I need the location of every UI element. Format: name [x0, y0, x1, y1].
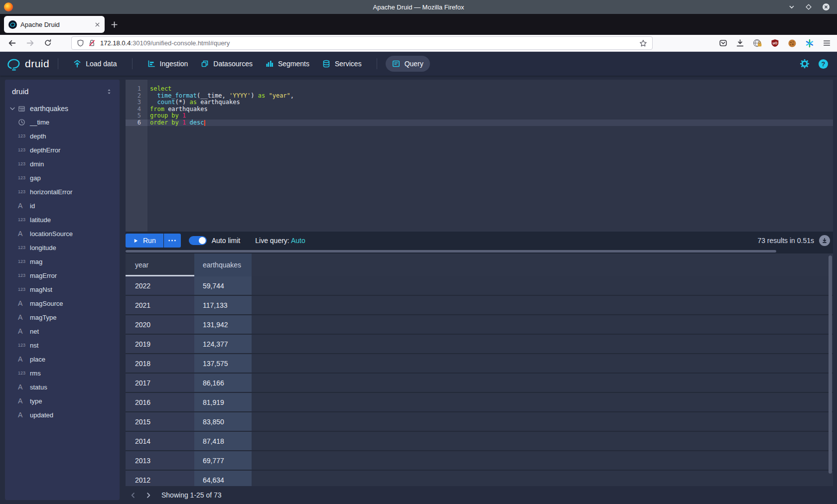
results-horizontal-scrollbar[interactable]	[126, 250, 833, 253]
schema-column-longitude[interactable]: 123longitude	[5, 241, 120, 254]
schema-column-magType[interactable]: AmagType	[5, 310, 120, 324]
table-row[interactable]: 201369,777	[126, 451, 833, 471]
schema-column-updated[interactable]: Aupdated	[5, 408, 120, 422]
string-type-icon: A	[18, 327, 30, 335]
schema-column-type[interactable]: Atype	[5, 394, 120, 408]
query-icon	[392, 60, 400, 68]
schema-column-gap[interactable]: 123gap	[5, 171, 120, 185]
run-more-button[interactable]	[164, 234, 181, 248]
download-arrow-icon	[822, 238, 828, 244]
schema-column-list: __time123depth123depthError123dmin123gap…	[5, 115, 120, 422]
editor-line-number: 3	[126, 99, 147, 106]
sql-token: desc	[190, 119, 204, 126]
nav-item-services[interactable]: Services	[316, 56, 368, 72]
previous-page-button[interactable]	[126, 492, 140, 499]
next-page-button[interactable]	[140, 492, 155, 499]
table-row[interactable]: 2018137,575	[126, 354, 833, 374]
table-row[interactable]: 2020131,942	[126, 315, 833, 335]
table-row[interactable]: 201583,850	[126, 412, 833, 432]
sql-editor[interactable]: 123456 select time_format(__time, 'YYYY'…	[126, 80, 833, 232]
schema-column-rms[interactable]: 123rms	[5, 366, 120, 380]
live-query-value[interactable]: Auto	[291, 237, 305, 245]
table-row[interactable]: 202259,744	[126, 276, 833, 296]
back-button[interactable]	[8, 39, 16, 47]
reload-button[interactable]	[44, 39, 52, 47]
table-row[interactable]: 2019124,377	[126, 335, 833, 354]
schema-column-__time[interactable]: __time	[5, 115, 120, 129]
run-button[interactable]: Run	[126, 234, 163, 248]
table-row[interactable]: 201487,418	[126, 432, 833, 451]
live-query-control[interactable]: Live query: Auto	[255, 237, 305, 245]
schema-column-magNst[interactable]: 123magNst	[5, 282, 120, 296]
results-vertical-scrollbar[interactable]	[829, 255, 832, 474]
browser-tab-apache-druid[interactable]: Apache Druid	[4, 16, 105, 33]
schema-column-horizontalError[interactable]: 123horizontalError	[5, 185, 120, 199]
window-close-icon[interactable]	[822, 3, 830, 11]
schema-column-label: depthError	[30, 146, 60, 154]
chevron-down-icon[interactable]	[9, 105, 18, 112]
schema-column-depth[interactable]: 123depth	[5, 129, 120, 143]
schema-table-earthquakes[interactable]: earthquakes	[5, 102, 120, 115]
cookie-extension-icon[interactable]	[788, 39, 797, 48]
toggle-knob	[199, 237, 206, 244]
window-shade-icon[interactable]	[788, 3, 795, 10]
editor-code-line[interactable]: from earthquakes	[147, 106, 833, 113]
editor-code-line[interactable]: order by 1 desc	[147, 120, 833, 126]
schema-column-locationSource[interactable]: AlocationSource	[5, 227, 120, 241]
nav-item-label: Services	[335, 60, 362, 68]
tracking-shield-icon[interactable]	[77, 39, 84, 47]
schema-column-magSource[interactable]: AmagSource	[5, 296, 120, 310]
url-bar[interactable]: 172.18.0.4:30109/unified-console.html#qu…	[71, 36, 653, 50]
ublock-origin-icon[interactable]: uO	[771, 39, 779, 47]
horizontal-scroll-thumb[interactable]	[126, 250, 776, 252]
nav-item-segments[interactable]: Segments	[259, 56, 316, 72]
new-tab-button[interactable]	[111, 21, 118, 28]
sort-double-caret-icon[interactable]	[106, 88, 113, 95]
schema-column-place[interactable]: Aplace	[5, 352, 120, 366]
schema-column-latitude[interactable]: 123latitude	[5, 213, 120, 227]
editor-code-line[interactable]: group by 1	[147, 113, 833, 120]
table-row[interactable]: 201786,166	[126, 374, 833, 393]
tab-close-icon[interactable]	[95, 22, 100, 27]
table-row[interactable]: 201681,919	[126, 393, 833, 412]
menu-hamburger-icon[interactable]	[823, 39, 831, 47]
editor-code-line[interactable]: count(*) as earthquakes	[147, 99, 833, 106]
nav-item-datasources[interactable]: Datasources	[194, 56, 259, 72]
forward-button[interactable]	[26, 39, 34, 47]
schema-column-net[interactable]: Anet	[5, 324, 120, 338]
bookmark-star-icon[interactable]	[639, 39, 647, 47]
url-text[interactable]: 172.18.0.4:30109/unified-console.html#qu…	[100, 39, 230, 47]
druid-brand[interactable]: druid	[7, 57, 49, 71]
nav-item-ingestion[interactable]: Ingestion	[141, 56, 195, 72]
nav-item-load-data[interactable]: Load data	[67, 56, 123, 72]
extension-privacy-icon[interactable]	[753, 38, 762, 48]
schema-column-status[interactable]: Astatus	[5, 380, 120, 394]
editor-code-line[interactable]: select	[147, 86, 833, 93]
auto-limit-toggle[interactable]	[189, 236, 207, 245]
schema-column-dmin[interactable]: 123dmin	[5, 157, 120, 171]
schema-column-nst[interactable]: 123nst	[5, 338, 120, 352]
schema-column-mag[interactable]: 123mag	[5, 254, 120, 268]
schema-column-depthError[interactable]: 123depthError	[5, 143, 120, 157]
nav-item-label: Segments	[278, 60, 309, 68]
settings-gear-icon[interactable]	[800, 59, 810, 69]
pocket-icon[interactable]	[719, 39, 727, 47]
downloads-icon[interactable]	[736, 39, 744, 47]
schema-column-magError[interactable]: 123magError	[5, 268, 120, 282]
nav-item-query[interactable]: Query	[386, 56, 430, 72]
schema-column-id[interactable]: Aid	[5, 199, 120, 213]
colorful-extension-icon[interactable]	[805, 39, 814, 48]
sql-token: "year"	[269, 92, 290, 99]
schema-column-label: mag	[30, 258, 42, 265]
svg-text:uO: uO	[773, 41, 778, 45]
text-cursor	[204, 120, 205, 126]
help-icon[interactable]: ?	[819, 59, 828, 69]
download-results-button[interactable]	[819, 235, 830, 246]
editor-code-line[interactable]: time_format(__time, 'YYYY') as "year",	[147, 93, 833, 100]
table-row[interactable]: 2021117,133	[126, 296, 833, 315]
insecure-lock-icon[interactable]	[88, 39, 96, 47]
editor-code[interactable]: select time_format(__time, 'YYYY') as "y…	[147, 80, 833, 232]
column-header-earthquakes[interactable]: earthquakes	[194, 253, 252, 276]
column-header-year[interactable]: year	[126, 253, 194, 276]
window-maximize-icon[interactable]	[805, 3, 812, 10]
